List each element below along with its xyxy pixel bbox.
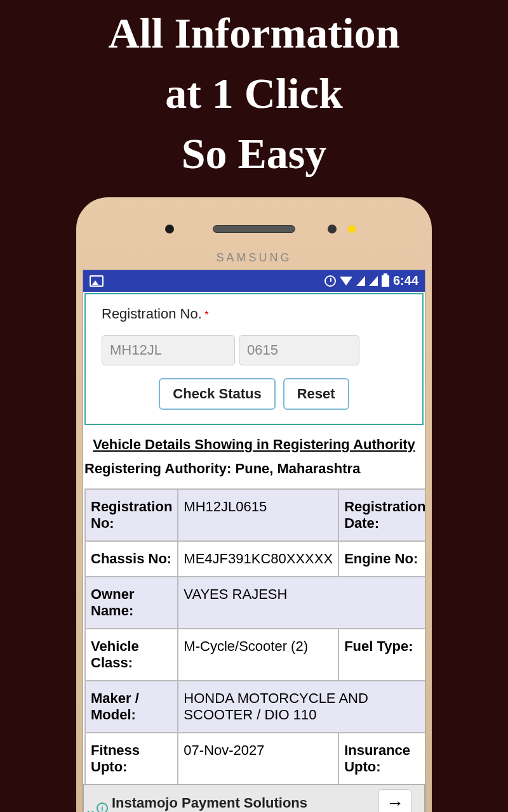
reg-number-input[interactable] [239,335,359,365]
row-value: 07-Nov-2027 [178,733,338,785]
phone-brand: SAMSUNG [83,251,425,265]
authority-line: Registering Authority: Pune, Maharashtra [84,461,424,477]
authority-value: Pune, Maharashtra [236,461,361,476]
status-time: 6:44 [393,273,418,288]
row-value: VAYES RAJESH [178,577,425,629]
phone-hardware-top [83,210,425,248]
speaker-grille [213,225,295,233]
row-label: Owner Name: [85,577,178,629]
row-value: M-Cycle/Scooter (2) [178,629,338,681]
row-label-2: Insurance Upto: [338,733,425,785]
ad-close-icon[interactable]: ✕ [86,808,95,812]
table-row: Vehicle Class:M-Cycle/Scooter (2)Fuel Ty… [85,629,425,681]
authority-label: Registering Authority: [84,461,236,476]
signal-icon-2 [369,276,378,286]
row-label-2: Fuel Type: [338,629,425,681]
sensor-dot [328,225,337,233]
alarm-icon [324,275,336,287]
check-status-button[interactable]: Check Status [159,378,275,410]
row-label: Fitness Upto: [85,733,178,785]
table-row: Maker / Model:HONDA MOTORCYCLE AND SCOOT… [85,681,425,733]
row-value: HONDA MOTORCYCLE AND SCOOTER / DIO 110 [178,681,425,733]
phone-screen: 6:44 Registration No. * Check Status Res… [83,270,425,812]
phone-frame: SAMSUNG 6:44 Registration No. * [76,197,432,812]
ad-text: Instamojo Payment Solutions [112,795,307,811]
table-row: Fitness Upto:07-Nov-2027Insurance Upto: [85,733,425,785]
hero-line2: at 1 Click [0,63,508,124]
ad-banner[interactable]: i ✕ Instamojo Payment Solutions → [83,784,425,812]
wifi-icon [340,277,352,285]
row-label-2: Engine No: [338,541,425,577]
ad-info-icon[interactable]: i [97,802,108,812]
camera-dot [165,225,174,233]
row-label: Chassis No: [85,541,178,577]
status-bar: 6:44 [83,270,425,292]
hero-text: All Information at 1 Click So Easy [0,0,508,185]
row-label: Vehicle Class: [85,629,178,681]
signal-icon [356,276,365,286]
registration-label: Registration No. [102,306,202,322]
reset-button[interactable]: Reset [283,378,349,410]
table-row: Owner Name:VAYES RAJESH [85,577,425,629]
details-heading: Vehicle Details Showing in Registering A… [84,436,424,453]
battery-icon [382,275,389,287]
row-label-2: Registration Date: [338,489,425,541]
reg-prefix-input[interactable] [102,335,235,365]
hero-line1: All Information [0,3,508,63]
ad-arrow-button[interactable]: → [378,789,411,812]
required-asterisk: * [204,310,208,320]
hero-line3: So Easy [0,124,508,184]
vehicle-details-table: Registration No:MH12JL0615Registration D… [84,488,425,812]
registration-form: Registration No. * Check Status Reset [84,293,424,425]
row-value: MH12JL0615 [178,489,338,541]
table-row: Registration No:MH12JL0615Registration D… [85,489,425,541]
picture-icon [90,275,104,287]
row-value: ME4JF391KC80XXXXX [178,541,338,577]
table-row: Chassis No:ME4JF391KC80XXXXXEngine No: [85,541,425,577]
row-label: Maker / Model: [85,681,178,733]
row-label: Registration No: [85,489,178,541]
led-dot [348,225,356,233]
